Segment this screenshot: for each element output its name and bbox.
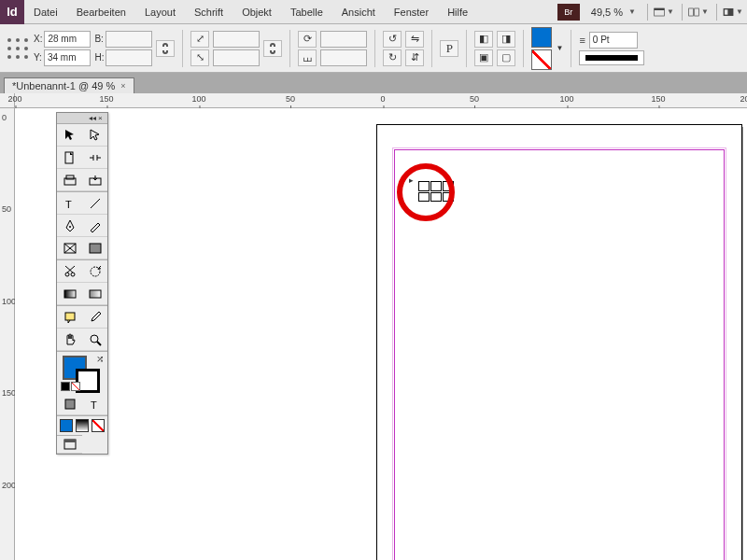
menu-bearbeiten[interactable]: Bearbeiten [67,0,135,23]
ruler-horizontal[interactable]: 200 150 100 50 0 50 100 150 200 [15,93,747,108]
h-label: H: [94,52,104,63]
zoom-dropdown-icon[interactable]: ▼ [628,7,643,16]
menu-bar: Id Datei Bearbeiten Layout Schrift Objek… [0,0,747,24]
screen-mode-button[interactable]: ▼ [654,4,676,21]
page-tool[interactable] [57,147,82,169]
svg-rect-31 [65,313,75,320]
line-tool[interactable] [82,192,107,215]
link-scale-icon[interactable] [263,40,282,57]
stroke-style-field[interactable] [579,50,644,65]
apply-text-icon[interactable]: T [82,393,107,415]
scale-y-field[interactable] [213,49,260,66]
default-colors-icon[interactable] [61,382,80,391]
ruler-h-tick: 150 [651,94,665,104]
hand-tool[interactable] [57,329,82,351]
scissors-tool[interactable] [57,260,82,283]
workspace-button[interactable]: ▼ [723,4,745,21]
shear-field[interactable] [320,49,367,66]
h-field[interactable] [106,49,152,66]
gradient-feather-tool[interactable] [82,283,107,305]
gradient-swatch-tool[interactable] [57,283,82,305]
content-placer-tool[interactable] [82,169,107,191]
rotate-ccw-icon[interactable]: ↺ [383,31,402,48]
rectangle-frame-tool[interactable] [57,237,82,259]
bridge-button[interactable]: Br [557,4,580,21]
selection-tool[interactable] [57,124,82,147]
page[interactable]: ▸ [377,125,741,560]
apply-color-icon[interactable] [60,419,73,432]
svg-rect-1 [655,7,665,9]
view-mode-button[interactable] [57,435,82,454]
menu-objekt[interactable]: Objekt [233,0,281,23]
apply-none-icon[interactable] [92,419,105,432]
swatch-dropdown-icon[interactable]: ▼ [556,44,563,52]
content-collector-tool[interactable] [57,169,82,191]
tools-panel[interactable]: ◂◂ × T [56,112,108,455]
select-prev-icon[interactable]: ◧ [474,31,493,48]
free-transform-tool[interactable] [82,260,107,283]
y-field[interactable]: 34 mm [44,49,91,66]
rotate-field[interactable] [320,31,367,48]
menu-tabelle[interactable]: Tabelle [281,0,332,23]
pencil-tool[interactable] [82,215,107,237]
menu-fenster[interactable]: Fenster [385,0,438,23]
reference-point-icon[interactable] [6,36,30,61]
select-content-icon[interactable]: ▣ [474,49,493,66]
rotate-cw-icon[interactable]: ↻ [383,49,402,66]
scale-x-field[interactable] [213,31,260,48]
apply-gradient-icon[interactable] [76,419,89,432]
scale-x-icon[interactable]: ⤢ [190,31,209,48]
stroke-swatch[interactable] [531,49,552,70]
zoom-display[interactable]: 49,5 % [585,7,628,18]
x-label: X: [34,34,42,44]
ruler-h-tick: 0 [380,94,385,104]
swap-colors-icon[interactable]: ⤮ [96,354,104,364]
flip-v-icon[interactable]: ⇵ [405,49,424,66]
collapse-icon[interactable]: ◂◂ [89,115,96,122]
gap-tool[interactable] [82,147,107,169]
select-parent-icon[interactable]: ▢ [497,49,515,66]
svg-point-14 [24,55,28,59]
place-arrow-icon: ▸ [409,175,414,185]
y-label: Y: [34,52,42,63]
menu-schrift[interactable]: Schrift [185,0,233,23]
apply-container-icon[interactable] [57,393,82,415]
workspace: 200 150 100 50 0 50 100 150 200 0 50 100… [0,93,747,560]
link-wh-icon[interactable] [156,40,175,57]
w-field[interactable] [106,31,152,48]
menu-datei[interactable]: Datei [24,0,67,23]
tools-panel-header[interactable]: ◂◂ × [57,113,107,124]
menu-ansicht[interactable]: Ansicht [332,0,385,23]
svg-rect-2 [689,7,694,15]
svg-point-6 [7,38,11,42]
menu-layout[interactable]: Layout [135,0,185,23]
rectangle-tool[interactable] [82,237,107,259]
arrange-button[interactable]: ▼ [688,4,711,21]
menu-hilfe[interactable]: Hilfe [438,0,477,23]
eyedropper-tool[interactable] [82,306,107,329]
scale-y-icon[interactable]: ⤡ [190,49,209,66]
svg-point-7 [16,38,20,42]
rotate-icon[interactable]: ⟳ [298,31,317,48]
pen-tool[interactable] [57,215,82,237]
canvas[interactable]: ▸ ◂◂ × T [15,108,747,560]
document-tab[interactable]: *Unbenannt-1 @ 49 % × [4,77,134,93]
type-tool[interactable]: T [57,192,82,215]
flip-h-icon[interactable]: ⇋ [405,31,424,48]
select-next-icon[interactable]: ◨ [497,31,515,48]
close-panel-icon[interactable]: × [98,115,106,122]
ruler-vertical[interactable]: 0 50 100 150 200 [0,108,15,560]
stroke-weight-field[interactable]: 0 Pt [589,32,638,49]
place-cursor[interactable]: ▸ [411,179,454,209]
shear-icon[interactable]: ⧢ [298,49,317,66]
select-container-icon[interactable]: P [440,40,458,57]
color-controls[interactable]: ⤮ [57,352,107,393]
svg-text:T: T [65,199,72,210]
note-tool[interactable] [57,306,82,329]
fill-swatch[interactable] [531,27,552,48]
svg-rect-37 [64,440,76,442]
close-tab-icon[interactable]: × [120,81,125,91]
zoom-tool[interactable] [82,329,107,351]
x-field[interactable]: 28 mm [44,31,91,48]
direct-selection-tool[interactable] [82,124,107,147]
